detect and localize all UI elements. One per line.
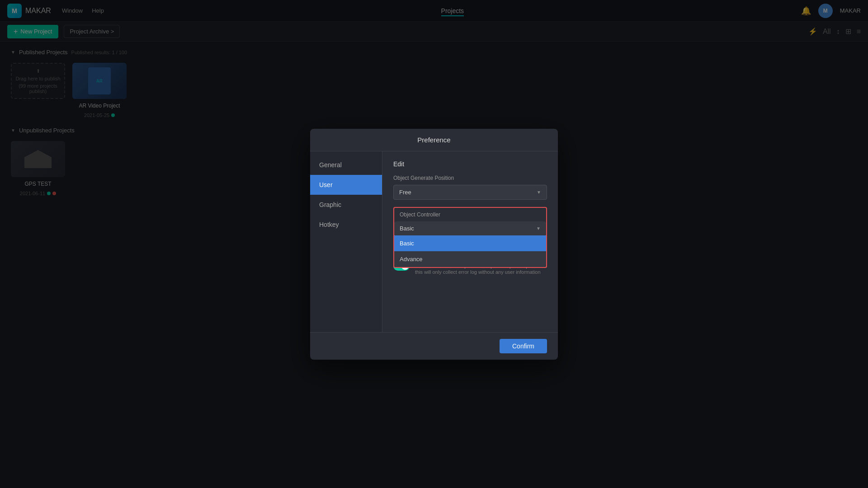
confirm-button[interactable]: Confirm [500, 339, 547, 353]
sidebar-item-graphic[interactable]: Graphic [310, 195, 382, 215]
edit-section-label: Edit [393, 160, 547, 168]
object-generate-position-label: Object Generate Position [393, 175, 547, 181]
object-generate-position-select[interactable]: Free ▼ [393, 185, 547, 200]
object-controller-chevron-icon: ▼ [536, 226, 541, 231]
modal-backdrop: Preference General User Graphic Hotkey E… [0, 0, 868, 488]
object-controller-label: Object Controller [394, 208, 546, 218]
sidebar-item-user[interactable]: User [310, 175, 382, 195]
modal-main-panel: Edit Object Generate Position Free ▼ Obj… [382, 151, 558, 332]
object-controller-dropdown: Basic Advance [393, 235, 547, 268]
modal-body: General User Graphic Hotkey Edit Object … [310, 151, 558, 332]
help-text-sub: this will only collect error log without… [415, 269, 547, 275]
object-generate-position-chevron-icon: ▼ [537, 190, 541, 195]
modal-title: Preference [310, 129, 558, 151]
object-controller-select[interactable]: Basic ▼ [394, 221, 546, 235]
sidebar-item-hotkey[interactable]: Hotkey [310, 215, 382, 235]
object-controller-container: Object Controller Basic ▼ Basic Advance [393, 207, 547, 236]
object-controller-value: Basic [400, 225, 414, 232]
dropdown-option-advance[interactable]: Advance [394, 251, 546, 267]
sidebar-item-general[interactable]: General [310, 155, 382, 175]
object-generate-position-select-wrapper: Free ▼ [393, 185, 547, 200]
modal-footer: Confirm [310, 332, 558, 360]
preference-modal: Preference General User Graphic Hotkey E… [310, 129, 558, 360]
dropdown-option-basic[interactable]: Basic [394, 235, 546, 251]
modal-sidebar: General User Graphic Hotkey [310, 151, 382, 332]
object-generate-position-value: Free [399, 189, 411, 196]
